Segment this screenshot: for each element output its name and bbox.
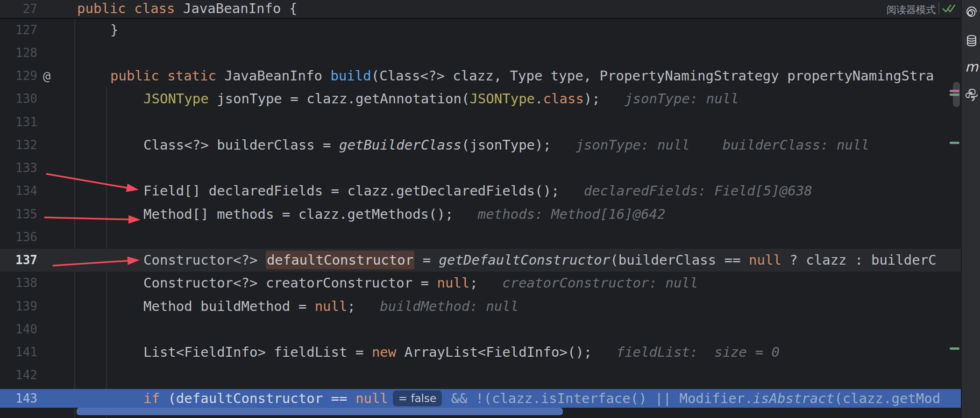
code-token: Class<?> builderClass = xyxy=(143,137,339,153)
code-line[interactable]: Field[] declaredFields = clazz.getDeclar… xyxy=(143,180,812,202)
code-line[interactable]: } xyxy=(110,19,118,42)
python-icon[interactable] xyxy=(965,88,978,101)
ide-editor-window: 127}128129@public static JavaBeanInfo bu… xyxy=(0,0,980,418)
code-token: ; xyxy=(348,298,355,314)
code-token: null xyxy=(355,390,388,406)
line-number[interactable]: 134 xyxy=(0,180,37,202)
code-token: JSONType xyxy=(469,91,535,107)
inline-eval-chip: = false xyxy=(393,390,442,406)
code-token: Field[] declaredFields = clazz.getDeclar… xyxy=(143,183,559,199)
line-number[interactable]: 133 xyxy=(0,157,37,180)
debugger-inline-hint: declaredFields: Field[5]@638 xyxy=(559,183,812,199)
maven-icon[interactable]: m xyxy=(965,60,978,73)
code-token: (clazz.getMod xyxy=(834,390,940,406)
code-token: ? clazz : builderC xyxy=(781,252,937,268)
code-token: (Class<?> clazz, Type type, PropertyNami… xyxy=(371,68,934,84)
debugger-inline-hint: creatorConstructor: null xyxy=(478,275,698,291)
debugger-inline-hint: jsonType: null builderClass: null xyxy=(551,137,869,153)
code-token: isAbstract xyxy=(753,390,835,406)
line-number[interactable]: 142 xyxy=(0,364,37,387)
code-line[interactable]: public static JavaBeanInfo build(Class<?… xyxy=(110,65,934,87)
line-number[interactable]: 136 xyxy=(0,226,37,249)
line-number[interactable]: 139 xyxy=(0,295,37,318)
code-token: ); xyxy=(584,91,600,107)
line-number[interactable]: 135 xyxy=(0,203,37,226)
line-number[interactable]: 140 xyxy=(0,318,37,341)
debugger-inline-hint: methods: Method[16]@642 xyxy=(453,206,665,222)
code-token: getDefaultConstructor xyxy=(439,252,611,268)
code-token: . xyxy=(535,91,543,107)
stripe-mark xyxy=(950,94,959,96)
code-token: null xyxy=(437,275,470,291)
code-line[interactable]: Method buildMethod = null; buildMethod: … xyxy=(143,295,518,318)
line-number[interactable]: 27 xyxy=(0,0,37,21)
code-token: jsonType = clazz.getAnnotation( xyxy=(209,91,470,107)
header-divider xyxy=(938,3,939,14)
code-line[interactable]: Class<?> builderClass = getBuilderClass(… xyxy=(143,134,869,157)
reader-mode-label[interactable]: 阅读器模式 xyxy=(887,3,936,16)
code-line[interactable]: Method[] methods = clazz.getMethods(); m… xyxy=(143,203,665,226)
code-line[interactable]: Constructor<?> creatorConstructor = null… xyxy=(143,272,698,295)
code-token: = xyxy=(414,252,439,268)
debugger-inline-hint: fieldList: size = 0 xyxy=(592,344,780,360)
code-token: Constructor<?> creatorConstructor = xyxy=(143,275,437,291)
inspections-ok-icon[interactable] xyxy=(942,2,956,16)
line-number[interactable]: 138 xyxy=(0,272,37,295)
sticky-header-line[interactable]: 27 public class JavaBeanInfo { 阅读器模式 xyxy=(0,0,961,19)
debugger-inline-hint: jsonType: null xyxy=(600,91,739,107)
code-token: } xyxy=(110,22,118,38)
line-number[interactable]: 127 xyxy=(0,19,37,42)
indent-guide xyxy=(74,19,75,418)
code-token: null xyxy=(749,252,781,268)
code-token: class xyxy=(543,91,584,107)
database-icon[interactable] xyxy=(965,34,978,47)
line-number[interactable]: 132 xyxy=(0,134,37,157)
code-token: getBuilderClass xyxy=(339,137,462,153)
sticky-code-line[interactable]: public class JavaBeanInfo { xyxy=(77,0,297,20)
line-number[interactable]: 130 xyxy=(0,87,37,110)
code-token: if xyxy=(143,390,168,406)
code-token: Method[] methods = clazz.getMethods(); xyxy=(143,206,453,222)
code-token: (defaultConstructor == xyxy=(168,390,355,406)
code-line[interactable]: Constructor<?> defaultConstructor = getD… xyxy=(143,249,937,272)
code-line[interactable]: List<FieldInfo> fieldList = new ArrayLis… xyxy=(143,341,780,364)
code-token: Method buildMethod = xyxy=(143,298,315,314)
line-number[interactable]: 129 xyxy=(0,65,37,87)
code-line[interactable]: JSONType jsonType = clazz.getAnnotation(… xyxy=(143,87,739,110)
line-number[interactable]: 143 xyxy=(0,387,37,410)
code-token: build xyxy=(330,68,371,84)
code-token: (jsonType); xyxy=(462,137,551,153)
swirl-at-icon[interactable] xyxy=(965,6,978,19)
code-token: JavaBeanInfo { xyxy=(175,0,298,16)
line-number[interactable]: 131 xyxy=(0,111,37,134)
code-token: public static xyxy=(110,68,216,84)
code-token: (builderClass == xyxy=(610,252,749,268)
code-token: null xyxy=(315,298,348,314)
code-line[interactable]: if (defaultConstructor == null= false &&… xyxy=(143,387,940,410)
code-token: new xyxy=(372,344,396,360)
code-token: JavaBeanInfo xyxy=(216,68,330,84)
stripe-mark xyxy=(950,90,959,92)
annotation-gutter-icon[interactable]: @ xyxy=(43,65,50,87)
code-token: Constructor<?> xyxy=(143,252,266,268)
line-number[interactable]: 141 xyxy=(0,341,37,364)
code-token: List<FieldInfo> fieldList = xyxy=(143,344,372,360)
debugger-inline-hint: buildMethod: null xyxy=(355,298,518,314)
highlighted-identifier: defaultConstructor xyxy=(266,251,414,269)
right-tool-window-bar: m xyxy=(961,0,980,418)
code-token: && !(clazz.isInterface() || Modifier. xyxy=(443,390,753,406)
code-token: ArrayList<FieldInfo>(); xyxy=(396,344,592,360)
stripe-mark xyxy=(950,142,959,144)
line-number[interactable]: 128 xyxy=(0,42,37,65)
code-token: JSONType xyxy=(143,91,209,107)
code-token: ; xyxy=(469,275,477,291)
line-number[interactable]: 137 xyxy=(0,249,37,272)
stripe-mark xyxy=(950,347,959,350)
code-token: public class xyxy=(77,0,175,16)
